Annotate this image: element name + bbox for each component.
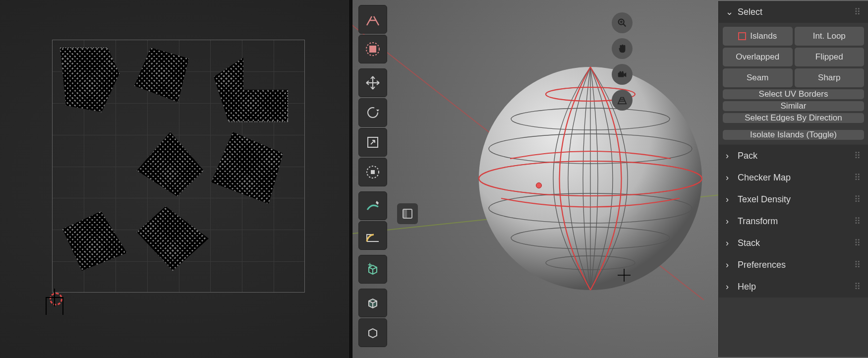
select-uv-borders-button[interactable]: Select UV Borders [723, 89, 864, 99]
panel-title: Transform [738, 216, 778, 227]
tool-annotate[interactable] [358, 191, 387, 220]
tool-add-cube[interactable]: + [358, 255, 387, 284]
svg-point-14 [368, 108, 378, 118]
grip-icon[interactable]: ⠿ [854, 238, 861, 248]
panel-stack-header[interactable]: › Stack ⠿ [719, 232, 868, 254]
select-sharp-button[interactable]: Sharp [795, 68, 865, 87]
panel-pack-header[interactable]: › Pack ⠿ [719, 145, 868, 167]
panel-title: Checker Map [738, 173, 791, 183]
chevron-right-icon: › [726, 151, 733, 161]
tool-bevel[interactable] [358, 318, 387, 347]
uv-island[interactable] [134, 48, 189, 102]
select-seam-button[interactable]: Seam [723, 68, 793, 87]
panel-title: Stack [738, 238, 760, 248]
tool-rotate[interactable] [358, 98, 387, 127]
sphere-mesh[interactable] [476, 64, 704, 293]
grip-icon[interactable]: ⠿ [854, 281, 861, 292]
side-panel: ⌄ Select ⠿ Islands Int. Loop Overlapped … [718, 1, 868, 357]
chevron-right-icon: › [726, 173, 733, 183]
panel-title: Help [738, 282, 756, 292]
tool-move[interactable] [358, 68, 387, 97]
panel-help-header[interactable]: › Help ⠿ [719, 276, 868, 298]
select-edges-by-direction-button[interactable]: Select Edges By Direction [723, 113, 864, 123]
uv-editor[interactable] [0, 0, 349, 358]
svg-rect-12 [369, 46, 376, 53]
panel-preferences-header[interactable]: › Preferences ⠿ [719, 254, 868, 276]
svg-rect-20 [403, 209, 407, 218]
grip-icon[interactable]: ⠿ [854, 194, 861, 205]
chevron-right-icon: › [726, 216, 733, 227]
svg-line-22 [623, 24, 626, 27]
select-islands-button[interactable]: Islands [723, 27, 793, 46]
panel-title: Select [738, 7, 762, 17]
tool-measure[interactable] [358, 221, 387, 250]
svg-point-27 [622, 71, 624, 73]
viewport-gizmo-rail [612, 12, 633, 111]
pan-gizmo[interactable] [612, 38, 633, 59]
islands-icon [738, 32, 746, 40]
svg-rect-17 [371, 170, 375, 174]
toolshelf-toggle[interactable] [397, 203, 418, 224]
chevron-right-icon: › [726, 282, 733, 292]
grip-icon[interactable]: ⠿ [854, 216, 861, 227]
panel-title: Texel Density [738, 194, 791, 205]
3d-cursor-icon [618, 269, 631, 285]
tool-extrude[interactable] [358, 289, 387, 317]
chevron-down-icon: ⌄ [726, 6, 733, 17]
chevron-right-icon: › [726, 260, 733, 270]
select-overlapped-button[interactable]: Overlapped [723, 48, 793, 66]
isolate-islands-button[interactable]: Isolate Islands (Toggle) [723, 130, 864, 140]
svg-point-26 [620, 71, 622, 73]
tool-tweak[interactable] [358, 5, 387, 34]
camera-gizmo[interactable] [612, 64, 633, 85]
uv-cursor-icon [45, 288, 64, 307]
panel-select-header[interactable]: ⌄ Select ⠿ [719, 1, 868, 23]
grip-icon[interactable]: ⠿ [854, 172, 861, 183]
panel-title: Preferences [738, 260, 786, 270]
uv-canvas[interactable] [52, 40, 305, 293]
object-origin-icon [536, 182, 542, 188]
svg-rect-25 [618, 72, 624, 77]
panel-title: Pack [738, 151, 757, 161]
panel-checker-map-header[interactable]: › Checker Map ⠿ [719, 167, 868, 188]
3d-viewport[interactable]: + ⌄ Select ⠿ [352, 0, 868, 358]
chevron-right-icon: › [726, 238, 733, 248]
viewport-toolbar: + [358, 5, 387, 347]
zoom-gizmo[interactable] [612, 12, 633, 33]
tool-scale[interactable] [358, 128, 387, 157]
perspective-gizmo[interactable] [612, 90, 633, 111]
uv-island[interactable] [211, 132, 283, 204]
chevron-right-icon: › [726, 194, 733, 205]
select-flipped-button[interactable]: Flipped [795, 48, 865, 66]
select-similar-button[interactable]: Similar [723, 101, 864, 111]
tool-select-box[interactable] [358, 35, 387, 63]
panel-transform-header[interactable]: › Transform ⠿ [719, 210, 868, 232]
uv-island[interactable] [60, 48, 119, 112]
grip-icon[interactable]: ⠿ [854, 259, 861, 270]
panel-select: ⌄ Select ⠿ Islands Int. Loop Overlapped … [719, 1, 868, 144]
svg-text:+: + [368, 261, 372, 269]
tool-transform[interactable] [358, 158, 387, 186]
select-int-loop-button[interactable]: Int. Loop [795, 27, 865, 46]
panel-texel-density-header[interactable]: › Texel Density ⠿ [719, 188, 868, 210]
grip-icon[interactable]: ⠿ [854, 150, 861, 161]
grip-icon[interactable]: ⠿ [854, 6, 861, 17]
uv-island[interactable] [62, 211, 127, 271]
uv-island[interactable] [214, 58, 288, 122]
